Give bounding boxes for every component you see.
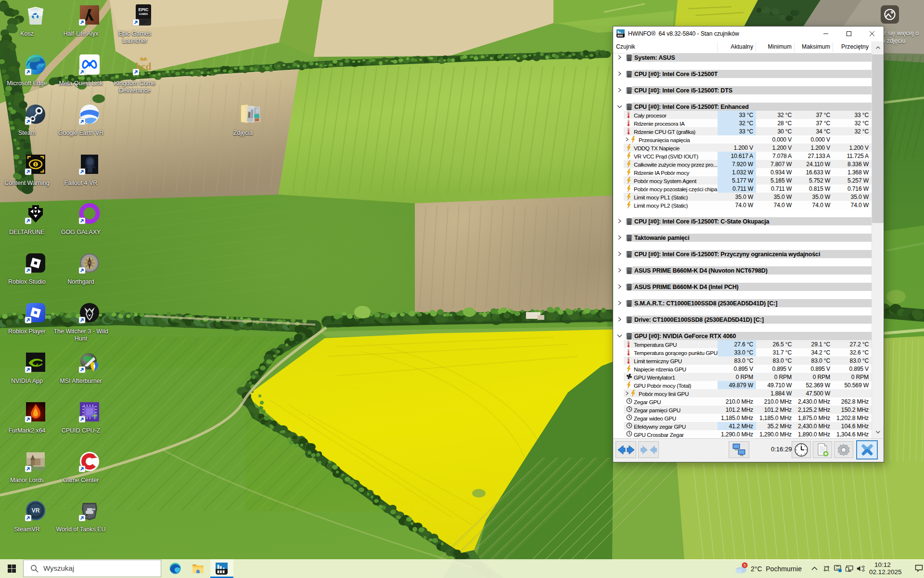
svg-text:VR: VR [32,507,40,514]
svg-text:EPIC: EPIC [138,7,149,12]
svg-text:GAMES: GAMES [139,13,148,15]
svg-text:5: 5 [744,563,746,567]
